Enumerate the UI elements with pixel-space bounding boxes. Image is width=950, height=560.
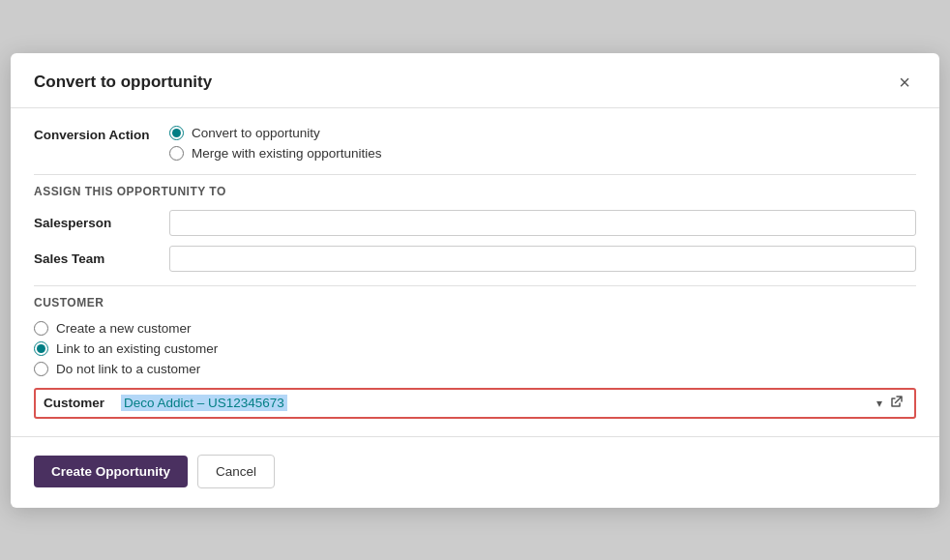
customer-field-label: Customer [44, 396, 121, 410]
no-customer-radio[interactable] [34, 362, 48, 376]
convert-to-opportunity-radio[interactable] [169, 126, 184, 140]
dialog-title: Convert to opportunity [34, 73, 212, 92]
dialog-header: Convert to opportunity × [11, 53, 939, 108]
sales-team-input[interactable] [169, 246, 916, 272]
convert-to-opportunity-label: Convert to opportunity [192, 126, 320, 140]
salesperson-row: Salesperson [34, 210, 916, 236]
customer-field-row: Customer Deco Addict – US12345673 ▾ [34, 388, 916, 419]
create-new-customer-label: Create a new customer [56, 321, 192, 336]
cancel-button[interactable]: Cancel [197, 455, 275, 488]
customer-external-link-button[interactable] [886, 394, 906, 413]
section-divider-1 [34, 174, 916, 175]
dialog-overlay: Convert to opportunity × Conversion Acti… [0, 0, 950, 560]
no-customer-option[interactable]: Do not link to a customer [34, 362, 916, 376]
customer-section-title: CUSTOMER [34, 296, 916, 309]
customer-dropdown-button[interactable]: ▾ [873, 395, 886, 412]
conversion-action-options: Convert to opportunity Merge with existi… [169, 126, 382, 161]
dialog-body: Conversion Action Convert to opportunity… [11, 108, 939, 419]
link-existing-customer-label: Link to an existing customer [56, 341, 218, 356]
link-existing-customer-option[interactable]: Link to an existing customer [34, 341, 916, 356]
create-new-customer-radio[interactable] [34, 321, 48, 336]
merge-with-existing-option[interactable]: Merge with existing opportunities [169, 146, 382, 161]
convert-to-opportunity-option[interactable]: Convert to opportunity [169, 126, 382, 140]
no-customer-label: Do not link to a customer [56, 362, 200, 376]
merge-with-existing-radio[interactable] [169, 146, 184, 161]
assign-section-title: ASSIGN THIS OPPORTUNITY TO [34, 185, 916, 198]
dialog: Convert to opportunity × Conversion Acti… [11, 53, 939, 508]
conversion-action-label: Conversion Action [34, 126, 169, 142]
create-new-customer-option[interactable]: Create a new customer [34, 321, 916, 336]
create-opportunity-button[interactable]: Create Opportunity [34, 456, 188, 487]
merge-with-existing-label: Merge with existing opportunities [192, 146, 382, 161]
close-button[interactable]: × [893, 71, 916, 94]
salesperson-input[interactable] [169, 210, 916, 236]
salesperson-label: Salesperson [34, 216, 169, 230]
section-divider-2 [34, 285, 916, 286]
sales-team-label: Sales Team [34, 251, 169, 266]
customer-options: Create a new customer Link to an existin… [34, 321, 916, 376]
customer-input[interactable] [287, 394, 873, 412]
sales-team-row: Sales Team [34, 246, 916, 272]
conversion-action-row: Conversion Action Convert to opportunity… [34, 126, 916, 161]
customer-value: Deco Addict – US12345673 [121, 395, 287, 411]
link-existing-customer-radio[interactable] [34, 341, 48, 356]
customer-select-wrapper: Deco Addict – US12345673 ▾ [121, 394, 906, 413]
dialog-footer: Create Opportunity Cancel [11, 436, 939, 508]
